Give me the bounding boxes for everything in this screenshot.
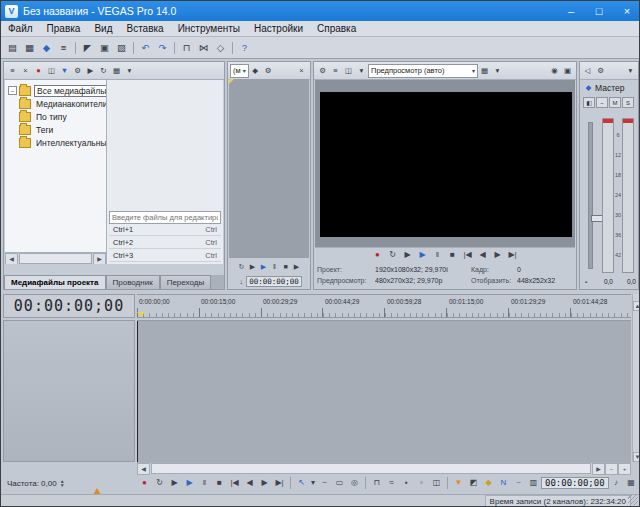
trimmer-close-icon[interactable]: ×: [295, 65, 308, 77]
views-icon[interactable]: ▦: [110, 65, 123, 77]
trimmer-loop-icon[interactable]: ↻: [236, 260, 247, 273]
playback-rate-control[interactable]: Частота: 0,00 ▲ ▼: [3, 473, 135, 493]
next-frame-icon[interactable]: ▶: [257, 477, 272, 490]
pause-icon[interactable]: ‖: [197, 477, 212, 490]
tab-project-media[interactable]: Медиафайлы проекта: [4, 275, 106, 289]
trimmer-play-icon[interactable]: ▶: [258, 260, 269, 273]
stop-icon[interactable]: ■: [212, 477, 227, 490]
cut-icon[interactable]: ◤: [79, 40, 96, 56]
trimmer-history-combo[interactable]: (м ▾: [230, 64, 249, 78]
master-dropdown-icon[interactable]: ▾: [624, 65, 637, 77]
video-display[interactable]: [320, 92, 572, 237]
import-media-icon[interactable]: ▼: [58, 65, 71, 77]
trimmer-settings-icon[interactable]: ⚙: [262, 65, 275, 77]
media-properties-icon[interactable]: ≡: [6, 65, 19, 77]
extract-audio-icon[interactable]: ◫: [45, 65, 58, 77]
timeline-vertical-scrollbar[interactable]: ▲ ▼: [632, 294, 640, 462]
capture-video-icon[interactable]: ●: [32, 65, 45, 77]
loop-playback-icon[interactable]: ↻: [385, 249, 400, 262]
media-file-list[interactable]: Ctrl+1 Ctrl Ctrl+2 Ctrl Ctrl+3 Ctrl: [107, 80, 223, 264]
meter-options-icon[interactable]: ⚙: [594, 65, 607, 77]
maximize-button[interactable]: □: [585, 1, 613, 21]
trimmer-save-icon[interactable]: ◆: [249, 65, 262, 77]
auto-ripple-icon[interactable]: ≈: [384, 477, 399, 490]
normalize-icon[interactable]: N: [496, 477, 511, 490]
remove-media-icon[interactable]: ×: [19, 65, 32, 77]
go-to-end-icon[interactable]: ▶|: [505, 249, 520, 262]
mute-button[interactable]: М: [609, 97, 621, 108]
tab-explorer[interactable]: Проводник: [106, 275, 160, 289]
quantize-to-frames-icon[interactable]: ◇: [212, 40, 229, 56]
views-dropdown-icon[interactable]: ▾: [123, 65, 136, 77]
insert-marker-icon[interactable]: ▼: [451, 477, 466, 490]
enable-snapping-icon[interactable]: ⊓: [369, 477, 384, 490]
envelope-tool-icon[interactable]: ~: [317, 477, 332, 490]
scroll-left-icon[interactable]: ◀: [5, 253, 18, 265]
video-fx-icon[interactable]: ≡: [329, 65, 342, 77]
zoom-tool-icon[interactable]: ◎: [347, 477, 362, 490]
transport-timecode[interactable]: 00:00:00;00: [541, 477, 609, 489]
minimize-button[interactable]: –: [557, 1, 585, 21]
resize-grip[interactable]: [628, 495, 638, 505]
insert-envelope-icon[interactable]: ~: [511, 477, 526, 490]
redo-icon[interactable]: ↷: [154, 40, 171, 56]
auto-preview-icon[interactable]: ▶: [84, 65, 97, 77]
shortcut-row[interactable]: Ctrl+2 Ctrl: [109, 236, 221, 249]
copy-icon[interactable]: ▣: [96, 40, 113, 56]
tree-item-by-type[interactable]: По типу: [5, 110, 106, 123]
trimmer-timecode[interactable]: 00:00:00;00: [246, 276, 302, 287]
title-bar[interactable]: V Без названия - VEGAS Pro 14.0 – □ ×: [1, 1, 640, 21]
menu-options[interactable]: Настройки: [247, 23, 310, 34]
open-project-icon[interactable]: ▦: [21, 40, 38, 56]
cursor-head-marker[interactable]: [137, 312, 145, 317]
metronome-icon[interactable]: ♪: [609, 477, 624, 490]
lock-icon[interactable]: ▪: [582, 275, 590, 288]
trimmer-play-start-icon[interactable]: ▶: [247, 260, 258, 273]
menu-file[interactable]: Файл: [1, 23, 40, 34]
play-icon[interactable]: ▶: [182, 477, 197, 490]
normal-edit-tool-icon[interactable]: ↖: [294, 477, 309, 490]
record-icon[interactable]: ●: [137, 477, 152, 490]
split-screen-dropdown-icon[interactable]: ▾: [355, 65, 368, 77]
expander-icon[interactable]: −: [8, 86, 17, 95]
pause-icon[interactable]: ‖: [430, 249, 445, 262]
split-screen-icon[interactable]: ◫: [342, 65, 355, 77]
trimmer-pause-icon[interactable]: ‖: [269, 260, 280, 273]
scroll-thumb[interactable]: [19, 253, 92, 264]
tree-item-all-media[interactable]: − Все медиафайлы: [5, 84, 106, 97]
ignore-grouping-icon[interactable]: ▫: [414, 477, 429, 490]
scroll-down-icon[interactable]: ▼: [633, 452, 640, 462]
rate-spinner[interactable]: ▲ ▼: [60, 479, 65, 487]
timeline-ruler[interactable]: 0:00:00;00 00:00:15;00 00:00:29;29 00:00…: [137, 294, 631, 318]
insert-command-icon[interactable]: ◆: [481, 477, 496, 490]
timeline-timecode-display[interactable]: 00:00:00;00: [3, 294, 135, 318]
menu-insert[interactable]: Вставка: [119, 23, 170, 34]
enable-snapping-icon[interactable]: ⊓: [178, 40, 195, 56]
previous-frame-icon[interactable]: ◀: [242, 477, 257, 490]
tab-transitions[interactable]: Переходы: [160, 275, 212, 289]
selection-tool-icon[interactable]: ▭: [332, 477, 347, 490]
snapshot-icon[interactable]: ▣: [561, 65, 574, 77]
preview-grid-icon[interactable]: ▦: [478, 65, 491, 77]
play-icon[interactable]: ▶: [415, 249, 430, 262]
edit-cursor-line[interactable]: [137, 321, 138, 462]
previous-frame-icon[interactable]: ◀: [475, 249, 490, 262]
stop-icon[interactable]: ■: [445, 249, 460, 262]
tree-horizontal-scrollbar[interactable]: ◀ ▶: [5, 252, 106, 264]
refresh-media-icon[interactable]: ↻: [97, 65, 110, 77]
split-event-icon[interactable]: ◫: [429, 477, 444, 490]
external-monitor-icon[interactable]: ◉: [548, 65, 561, 77]
media-fx-icon[interactable]: ⚙: [71, 65, 84, 77]
play-from-start-icon[interactable]: ▶: [400, 249, 415, 262]
timeline-track-area[interactable]: [137, 320, 631, 462]
close-button[interactable]: ×: [613, 1, 640, 21]
sync-cursor-icon[interactable]: ↓: [236, 275, 246, 288]
go-to-start-icon[interactable]: |◀: [460, 249, 475, 262]
go-to-start-icon[interactable]: |◀: [227, 477, 242, 490]
shortcut-row[interactable]: Ctrl+3 Ctrl: [109, 249, 221, 262]
trimmer-stop-icon[interactable]: ■: [280, 260, 291, 273]
lock-envelopes-icon[interactable]: ▪: [399, 477, 414, 490]
preview-settings-icon[interactable]: ⚙: [316, 65, 329, 77]
menu-help[interactable]: Справка: [310, 23, 363, 34]
loop-playback-icon[interactable]: ↻: [152, 477, 167, 490]
